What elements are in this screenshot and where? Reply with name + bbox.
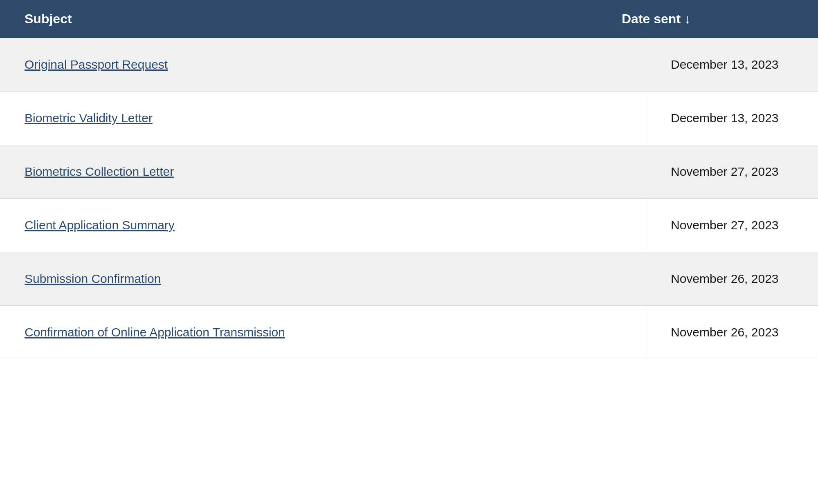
subject-link[interactable]: Submission Confirmation — [25, 272, 161, 285]
subject-link[interactable]: Original Passport Request — [25, 58, 168, 71]
table-row: Client Application SummaryNovember 27, 2… — [0, 199, 818, 252]
row-subject-cell: Submission Confirmation — [0, 252, 646, 305]
row-date-cell: November 27, 2023 — [646, 145, 818, 198]
row-subject-cell: Confirmation of Online Application Trans… — [0, 306, 646, 359]
subject-link[interactable]: Client Application Summary — [25, 218, 175, 232]
row-date-cell: December 13, 2023 — [646, 92, 818, 145]
table-row: Biometric Validity LetterDecember 13, 20… — [0, 92, 818, 145]
subject-link[interactable]: Confirmation of Online Application Trans… — [25, 325, 285, 339]
row-subject-cell: Original Passport Request — [0, 38, 646, 91]
row-date-cell: December 13, 2023 — [646, 38, 818, 91]
row-date-cell: November 27, 2023 — [646, 199, 818, 252]
table-row: Original Passport RequestDecember 13, 20… — [0, 38, 818, 92]
table-row: Biometrics Collection LetterNovember 27,… — [0, 145, 818, 199]
subject-link[interactable]: Biometrics Collection Letter — [25, 165, 174, 178]
table-row: Confirmation of Online Application Trans… — [0, 306, 818, 359]
table-header: Subject Date sent ↓ — [0, 0, 818, 38]
row-subject-cell: Biometric Validity Letter — [0, 92, 646, 145]
table-row: Submission ConfirmationNovember 26, 2023 — [0, 252, 818, 306]
row-subject-cell: Biometrics Collection Letter — [0, 145, 646, 198]
table-body: Original Passport RequestDecember 13, 20… — [0, 38, 818, 359]
row-date-cell: November 26, 2023 — [646, 306, 818, 359]
row-subject-cell: Client Application Summary — [0, 199, 646, 252]
correspondence-table: Subject Date sent ↓ Original Passport Re… — [0, 0, 818, 359]
date-column-header: Date sent ↓ — [622, 11, 793, 27]
subject-column-header: Subject — [25, 11, 622, 27]
row-date-cell: November 26, 2023 — [646, 252, 818, 305]
subject-link[interactable]: Biometric Validity Letter — [25, 111, 153, 125]
